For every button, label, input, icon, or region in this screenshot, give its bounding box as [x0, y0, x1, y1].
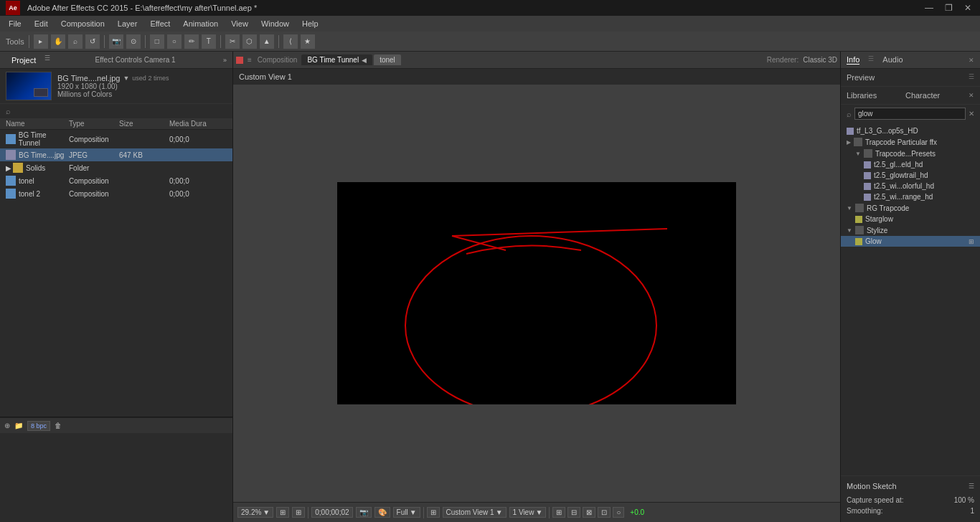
tool-select[interactable]: ▸ — [34, 34, 48, 49]
zoom-arrow: ▼ — [263, 508, 270, 516]
tool-camera[interactable]: 📷 — [109, 34, 123, 49]
file-row-3[interactable]: tonel Composition 0;00;0 — [0, 174, 232, 187]
canvas-area — [233, 85, 840, 502]
viewer-view-count[interactable]: 1 View ▼ — [509, 507, 547, 518]
tool-eraser[interactable]: ⬡ — [242, 34, 257, 49]
tool-ellipse[interactable]: ○ — [167, 34, 182, 49]
tool-rect[interactable]: □ — [150, 34, 164, 49]
menu-window[interactable]: Window — [255, 18, 295, 29]
comp-panel-menu[interactable]: ≡ — [248, 56, 252, 64]
menu-view[interactable]: View — [225, 18, 254, 29]
close-button[interactable]: ✕ — [961, 3, 974, 13]
view-select-value: Custom View 1 — [446, 508, 494, 516]
viewer-camera[interactable]: 📷 — [356, 507, 372, 518]
file-dropdown[interactable]: ▼ — [123, 75, 129, 82]
tree-item-0[interactable]: tf_L3_G...op5s_HD — [841, 125, 980, 136]
new-item-icon[interactable]: ⊕ — [4, 422, 10, 430]
maximize-button[interactable]: ❐ — [942, 3, 956, 13]
toolbar-separator2 — [104, 35, 105, 48]
minimize-button[interactable]: — — [922, 3, 936, 13]
viewer-fit[interactable]: ⊞ — [276, 507, 289, 518]
viewer-color[interactable]: 🎨 — [374, 507, 390, 518]
tool-puppet[interactable]: ⟨ — [283, 34, 298, 49]
tool-zoom[interactable]: ⌕ — [68, 34, 83, 49]
tab-info[interactable]: Info — [847, 55, 859, 65]
character-label[interactable]: Character — [905, 91, 940, 100]
menu-layer[interactable]: Layer — [112, 18, 143, 29]
menu-edit[interactable]: Edit — [29, 18, 54, 29]
search-icon: ⌕ — [6, 107, 11, 115]
tab-tonel-label: tonel — [380, 56, 395, 64]
menu-animation[interactable]: Animation — [177, 18, 224, 29]
tree-item-4[interactable]: t2.5_glowtrail_hd — [841, 170, 980, 181]
info-header: Info ☰ Audio ✕ — [841, 52, 980, 69]
tree-item-6[interactable]: t2.5_wi...range_hd — [841, 191, 980, 202]
viewer-icon4[interactable]: ⊡ — [598, 507, 611, 518]
menu-file[interactable]: File — [3, 18, 27, 29]
viewer-grid[interactable]: ⊞ — [292, 507, 305, 518]
libraries-close[interactable]: ✕ — [969, 92, 974, 99]
tree-item-2[interactable]: ▼ Trapcode...Presets — [841, 148, 980, 159]
tree-item-3[interactable]: t2.5_gl...eld_hd — [841, 159, 980, 170]
file-icon-6 — [864, 194, 871, 201]
libraries-label[interactable]: Libraries — [847, 91, 877, 100]
toolbar-separator3 — [145, 35, 146, 48]
file-icon-10 — [855, 238, 862, 245]
motion-sketch-menu[interactable]: ☰ — [969, 483, 974, 490]
tab-audio[interactable]: Audio — [882, 55, 903, 65]
menu-composition[interactable]: Composition — [55, 18, 110, 29]
tool-clone[interactable]: ✂ — [225, 34, 240, 49]
viewer-timecode[interactable]: 0;00;00;02 — [311, 507, 352, 518]
tool-orbit[interactable]: ⊙ — [126, 34, 141, 49]
glow-search-input[interactable] — [854, 108, 966, 120]
tool-text[interactable]: T — [202, 34, 216, 49]
viewer-icon5[interactable]: ○ — [613, 507, 624, 518]
icon-folder — [13, 163, 23, 173]
file-row-1[interactable]: BG Time....jpg JPEG 647 KB — [0, 148, 232, 161]
tab-project[interactable]: Project — [6, 54, 42, 66]
panel-close[interactable]: » — [223, 57, 227, 64]
viewer-icons-row: ⊞ ⊟ ⊠ ⊡ ○ — [552, 507, 624, 518]
tab-close-1[interactable]: ◀ — [362, 57, 367, 64]
tool-hand[interactable]: ✋ — [51, 34, 65, 49]
tree-item-5[interactable]: t2.5_wi...olorful_hd — [841, 181, 980, 191]
folder-icon[interactable]: 📁 — [14, 422, 23, 430]
timecode-value: 0;00;00;02 — [315, 508, 349, 516]
file-row-2[interactable]: ▶Solids Folder — [0, 161, 232, 174]
tree-item-7[interactable]: ▼ RG Trapcode — [841, 202, 980, 214]
tool-star[interactable]: ★ — [301, 34, 315, 49]
file-colors: Millions of Colors — [57, 90, 169, 98]
menu-help[interactable]: Help — [296, 18, 324, 29]
expand-icon: ▶ — [6, 164, 13, 172]
window-controls[interactable]: — ❐ ✕ — [922, 3, 974, 13]
viewer-view-select[interactable]: Custom View 1 ▼ — [443, 507, 507, 518]
viewer-header: Custom View 1 — [233, 69, 840, 85]
motion-sketch-header: Motion Sketch ☰ — [847, 482, 974, 490]
tool-pin[interactable]: ▲ — [260, 34, 274, 49]
viewer-icon1[interactable]: ⊞ — [552, 507, 565, 518]
viewer-layout[interactable]: ⊞ — [427, 507, 440, 518]
tab-tonel[interactable]: tonel — [374, 54, 401, 65]
tree-item-8[interactable]: Starglow — [841, 214, 980, 224]
file-row-type-2: Folder — [69, 164, 119, 172]
glow-clear-icon[interactable]: ✕ — [969, 110, 974, 118]
tab-bg-time-tunnel[interactable]: BG Time Tunnel ◀ — [301, 54, 372, 65]
file-row-4[interactable]: tonel 2 Composition 0;00;0 — [0, 187, 232, 200]
tri-2: ▼ — [855, 151, 861, 157]
viewer-zoom[interactable]: 29.2% ▼ — [237, 507, 273, 518]
viewer-icon2[interactable]: ⊟ — [567, 507, 580, 518]
viewer-quality[interactable]: Full ▼ — [393, 507, 420, 518]
tree-item-1[interactable]: ▶ Trapcode Particular ffx — [841, 136, 980, 148]
viewer-icon3[interactable]: ⊠ — [583, 507, 595, 518]
tool-pen[interactable]: ✏ — [184, 34, 199, 49]
project-controls-tab[interactable]: Effect Controls Camera 1 — [95, 56, 176, 64]
bpc-badge[interactable]: 8 bpc — [27, 421, 50, 431]
panel-close-right[interactable]: ✕ — [969, 57, 974, 64]
tree-item-10[interactable]: Glow ⊞ — [841, 236, 980, 247]
comp-tabs: ≡ Composition BG Time Tunnel ◀ tonel Ren… — [233, 52, 840, 69]
tool-rotate[interactable]: ↺ — [85, 34, 100, 49]
delete-icon[interactable]: 🗑 — [55, 422, 62, 430]
menu-effect[interactable]: Effect — [144, 18, 176, 29]
tree-item-9[interactable]: ▼ Stylize — [841, 224, 980, 236]
file-row-0[interactable]: BG Time Tunnel Composition 0;00;0 — [0, 130, 232, 148]
